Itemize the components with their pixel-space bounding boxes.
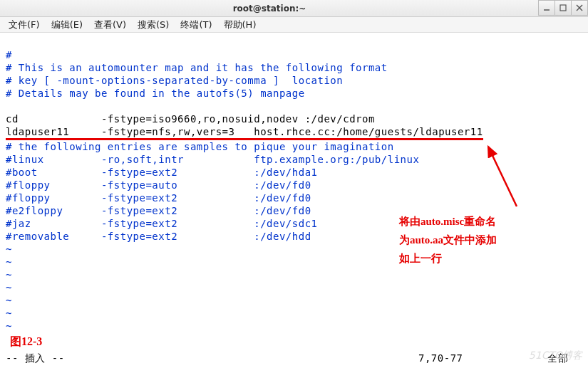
file-line: cd -fstype=iso9660,ro,nosuid,nodev :/dev… <box>6 113 375 125</box>
vim-tilde: ~ <box>6 269 12 280</box>
menu-terminal[interactable]: 终端(T) <box>176 17 216 33</box>
file-line: #jaz -fstype=ext2 :/dev/sdc1 <box>6 218 318 229</box>
file-line: #removable -fstype=ext2 :/dev/hdd <box>6 231 311 242</box>
file-line: #e2floppy -fstype=ext2 :/dev/fd0 <box>6 205 311 216</box>
close-button[interactable] <box>571 0 588 16</box>
terminal-area[interactable]: # # This is an automounter map and it ha… <box>0 33 588 368</box>
watermark: 51CTO博客 <box>529 349 582 362</box>
vim-tilde: ~ <box>6 256 12 268</box>
vim-tilde: ~ <box>6 295 12 306</box>
annotation-line: 如上一行 <box>399 249 497 268</box>
vim-tilde: ~ <box>6 243 12 255</box>
file-line: #floppy -fstype=auto :/dev/fd0 <box>6 179 311 191</box>
close-icon <box>576 4 583 11</box>
file-line: #boot -fstype=ext2 :/dev/hda1 <box>6 167 318 178</box>
menu-edit[interactable]: 编辑(E) <box>47 17 87 33</box>
menu-search[interactable]: 搜索(S) <box>133 17 173 33</box>
file-line: # Details may be found in the autofs(5) … <box>6 88 305 99</box>
maximize-icon <box>559 4 567 11</box>
file-line: # the following entries are samples to p… <box>6 141 394 152</box>
figure-label: 图12-3 <box>10 335 42 349</box>
window-titlebar: root@station:~ <box>0 0 588 17</box>
menu-help[interactable]: 帮助(H) <box>220 17 261 33</box>
annotation-text: 将由auto.misc重命名 为auto.aa文件中添加 如上一行 <box>399 212 497 268</box>
annotation-line: 将由auto.misc重命名 <box>399 212 497 231</box>
vim-tilde: ~ <box>6 282 12 293</box>
minimize-icon <box>543 4 550 11</box>
vim-status-bar: -- 插入 -- 7,70-77 全部 <box>6 352 582 365</box>
window-title: root@station:~ <box>0 4 539 14</box>
menu-file[interactable]: 文件(F) <box>4 17 44 33</box>
menu-view[interactable]: 查看(V) <box>90 17 130 33</box>
menubar: 文件(F) 编辑(E) 查看(V) 搜索(S) 终端(T) 帮助(H) <box>0 17 588 33</box>
vim-cursor-pos: 7,70-77 <box>418 352 525 365</box>
file-line-highlighted: ldapuser11 -fstype=nfs,rw,vers=3 host.rh… <box>6 125 483 140</box>
vim-mode: -- 插入 -- <box>6 352 418 365</box>
file-line: # key [ -mount-options-separated-by-comm… <box>6 75 343 86</box>
file-line: # <box>6 49 12 61</box>
annotation-line: 为auto.aa文件中添加 <box>399 231 497 249</box>
maximize-button[interactable] <box>555 0 572 16</box>
svg-rect-1 <box>560 5 566 11</box>
file-line: # This is an automounter map and it has … <box>6 62 388 73</box>
vim-tilde: ~ <box>6 320 12 332</box>
window-controls <box>539 0 588 16</box>
file-line: #linux -ro,soft,intr ftp.example.org:/pu… <box>6 154 419 165</box>
vim-tilde: ~ <box>6 307 12 319</box>
file-line: #floppy -fstype=ext2 :/dev/fd0 <box>6 192 311 204</box>
minimize-button[interactable] <box>538 0 555 16</box>
